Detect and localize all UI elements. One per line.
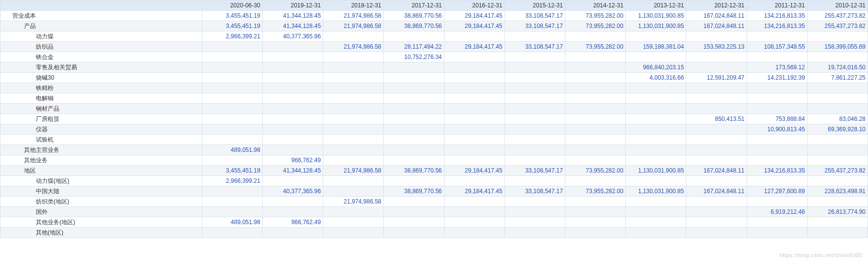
data-cell[interactable]: [444, 135, 504, 145]
data-cell[interactable]: [444, 217, 504, 228]
data-cell[interactable]: 14,231,192.39: [747, 73, 807, 83]
data-cell[interactable]: 4,003,316.66: [626, 73, 686, 83]
header-date-cell[interactable]: 2014-12-31: [565, 0, 625, 11]
data-cell[interactable]: 33,108,547.17: [504, 186, 565, 197]
data-cell[interactable]: [384, 93, 444, 104]
data-cell[interactable]: 29,184,417.45: [444, 166, 504, 176]
data-cell[interactable]: [565, 197, 625, 207]
row-label[interactable]: 产品: [0, 21, 202, 31]
data-cell[interactable]: [504, 93, 565, 104]
row-label[interactable]: 其他业务: [0, 155, 202, 166]
data-cell[interactable]: 29,184,417.45: [444, 11, 504, 21]
data-cell[interactable]: 1,130,031,900.85: [626, 21, 686, 31]
data-cell[interactable]: [262, 114, 323, 124]
row-label[interactable]: 铁合金: [0, 52, 202, 62]
data-cell[interactable]: [807, 93, 868, 104]
data-cell[interactable]: 28,117,494.22: [384, 42, 444, 52]
data-cell[interactable]: [202, 52, 262, 62]
data-cell[interactable]: [686, 93, 747, 104]
data-cell[interactable]: [807, 83, 868, 93]
data-cell[interactable]: [323, 176, 384, 186]
data-cell[interactable]: [202, 197, 262, 207]
data-cell[interactable]: 38,869,770.56: [384, 11, 444, 21]
data-cell[interactable]: [565, 83, 625, 93]
data-cell[interactable]: [504, 124, 565, 135]
row-label[interactable]: 试验机: [0, 135, 202, 145]
row-label[interactable]: 纺织品: [0, 42, 202, 52]
data-cell[interactable]: 753,888.84: [747, 114, 807, 124]
data-cell[interactable]: 73,955,282.00: [565, 166, 625, 176]
data-cell[interactable]: 73,955,282.00: [565, 11, 625, 21]
data-cell[interactable]: [384, 114, 444, 124]
data-cell[interactable]: [323, 124, 384, 135]
data-cell[interactable]: 21,974,986.58: [323, 11, 384, 21]
data-cell[interactable]: [626, 197, 686, 207]
data-cell[interactable]: [202, 73, 262, 83]
row-label[interactable]: 零售及相关贸易: [0, 62, 202, 73]
row-label[interactable]: 钢材产品: [0, 104, 202, 114]
data-cell[interactable]: [444, 228, 504, 238]
data-cell[interactable]: [323, 207, 384, 217]
data-cell[interactable]: [323, 73, 384, 83]
data-cell[interactable]: [626, 155, 686, 166]
header-date-cell[interactable]: 2015-12-31: [504, 0, 565, 11]
row-label[interactable]: 铁精粉: [0, 83, 202, 93]
data-cell[interactable]: [202, 155, 262, 166]
data-cell[interactable]: [807, 135, 868, 145]
data-cell[interactable]: [686, 197, 747, 207]
data-cell[interactable]: [686, 155, 747, 166]
header-date-cell[interactable]: 2019-12-31: [262, 0, 323, 11]
data-cell[interactable]: [262, 145, 323, 155]
data-cell[interactable]: 73,955,282.00: [565, 42, 625, 52]
row-label[interactable]: 仪器: [0, 124, 202, 135]
data-cell[interactable]: [202, 42, 262, 52]
data-cell[interactable]: [626, 145, 686, 155]
row-label[interactable]: 地区: [0, 166, 202, 176]
data-cell[interactable]: [747, 52, 807, 62]
data-cell[interactable]: 21,974,986.58: [323, 197, 384, 207]
row-label[interactable]: 其他业务(地区): [0, 217, 202, 228]
data-cell[interactable]: 38,869,770.56: [384, 166, 444, 176]
data-cell[interactable]: [504, 135, 565, 145]
data-cell[interactable]: 966,840,203.15: [626, 62, 686, 73]
data-cell[interactable]: [686, 104, 747, 114]
data-cell[interactable]: [323, 186, 384, 197]
data-cell[interactable]: [565, 104, 625, 114]
data-cell[interactable]: 21,974,986.58: [323, 21, 384, 31]
data-cell[interactable]: [323, 93, 384, 104]
data-cell[interactable]: [747, 197, 807, 207]
data-cell[interactable]: 7,861,227.25: [807, 73, 868, 83]
data-cell[interactable]: [807, 104, 868, 114]
data-cell[interactable]: [444, 31, 504, 42]
data-cell[interactable]: 40,377,365.96: [262, 186, 323, 197]
data-cell[interactable]: 33,108,547.17: [504, 42, 565, 52]
data-cell[interactable]: [565, 31, 625, 42]
data-cell[interactable]: 153,583,225.13: [686, 42, 747, 52]
data-cell[interactable]: [565, 228, 625, 238]
data-cell[interactable]: [504, 31, 565, 42]
data-cell[interactable]: [807, 197, 868, 207]
data-cell[interactable]: [504, 145, 565, 155]
data-cell[interactable]: 19,724,016.50: [807, 62, 868, 73]
data-cell[interactable]: [686, 135, 747, 145]
data-cell[interactable]: [504, 83, 565, 93]
data-cell[interactable]: 3,455,451.19: [202, 11, 262, 21]
data-cell[interactable]: [747, 145, 807, 155]
data-cell[interactable]: [807, 155, 868, 166]
data-cell[interactable]: [202, 228, 262, 238]
data-cell[interactable]: [504, 114, 565, 124]
data-cell[interactable]: [202, 207, 262, 217]
data-cell[interactable]: 127,297,600.89: [747, 186, 807, 197]
data-cell[interactable]: [565, 207, 625, 217]
data-cell[interactable]: [747, 83, 807, 93]
data-cell[interactable]: [626, 93, 686, 104]
data-cell[interactable]: 3,455,451.19: [202, 166, 262, 176]
data-cell[interactable]: [626, 176, 686, 186]
data-cell[interactable]: [626, 104, 686, 114]
data-cell[interactable]: [202, 104, 262, 114]
data-cell[interactable]: 134,216,813.35: [747, 21, 807, 31]
data-cell[interactable]: [686, 124, 747, 135]
data-cell[interactable]: 73,955,282.00: [565, 186, 625, 197]
data-cell[interactable]: [626, 207, 686, 217]
data-cell[interactable]: [747, 155, 807, 166]
